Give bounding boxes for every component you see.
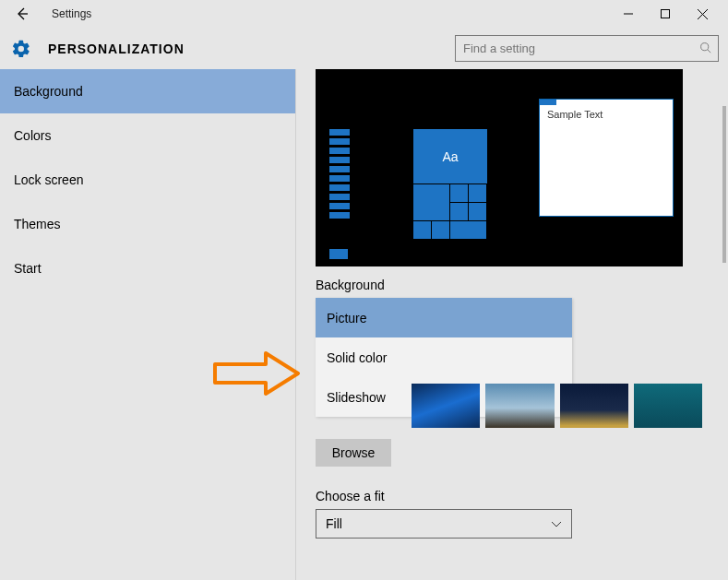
app-title: Settings [52,7,91,20]
sidebar: Background Colors Lock screen Themes Sta… [0,69,295,580]
fit-value: Fill [326,516,342,531]
svg-point-4 [700,42,708,50]
dropdown-option-picture[interactable]: Picture [316,298,572,337]
browse-button[interactable]: Browse [316,439,391,467]
option-label: Picture [327,311,367,326]
maximize-button[interactable] [647,0,684,28]
svg-rect-1 [662,10,670,18]
search-icon [692,41,718,56]
minimize-button[interactable] [610,0,647,28]
sidebar-item-colors[interactable]: Colors [0,113,295,158]
preview-taskbar-pins [329,129,350,221]
gear-icon [11,39,31,59]
page-title: PERSONALIZATION [48,41,185,56]
sidebar-item-lock-screen[interactable]: Lock screen [0,158,295,202]
preview-start-tiles: Aa [413,129,487,240]
search-input-wrap[interactable] [455,35,719,62]
dropdown-option-solid-color[interactable]: Solid color [316,337,572,377]
scrollbar-thumb[interactable] [722,106,726,263]
sidebar-item-background[interactable]: Background [0,69,295,113]
browse-label: Browse [332,445,376,460]
preview-tile-text: Aa [442,149,458,164]
close-button[interactable] [684,0,721,28]
picture-thumb[interactable] [560,384,628,428]
main-panel: Aa Sample Text Background Picture Solid … [295,69,728,580]
background-label: Background [316,278,702,292]
scrollbar[interactable] [721,69,728,580]
picture-thumb[interactable] [485,384,554,428]
option-label: Solid color [327,350,387,365]
sidebar-item-themes[interactable]: Themes [0,202,295,246]
preview-window: Sample Text [539,99,674,217]
back-button[interactable] [7,0,37,28]
sidebar-item-label: Colors [14,128,51,143]
preview-sample-text: Sample Text [547,109,603,120]
sidebar-item-start[interactable]: Start [0,246,295,290]
picture-thumb[interactable] [412,384,480,428]
picture-thumb[interactable] [634,384,702,428]
fit-label: Choose a fit [316,489,702,503]
sidebar-item-label: Themes [14,217,61,231]
option-label: Slideshow [327,390,386,405]
chevron-down-icon [551,516,562,531]
search-input[interactable] [456,36,692,61]
preview-start-button [329,249,348,259]
picture-thumbnails [412,384,702,428]
svg-line-5 [707,49,710,52]
fit-select[interactable]: Fill [316,509,572,539]
sidebar-item-label: Background [14,84,83,99]
sidebar-item-label: Start [14,261,42,276]
sidebar-item-label: Lock screen [14,172,83,187]
desktop-preview: Aa Sample Text [316,69,683,266]
